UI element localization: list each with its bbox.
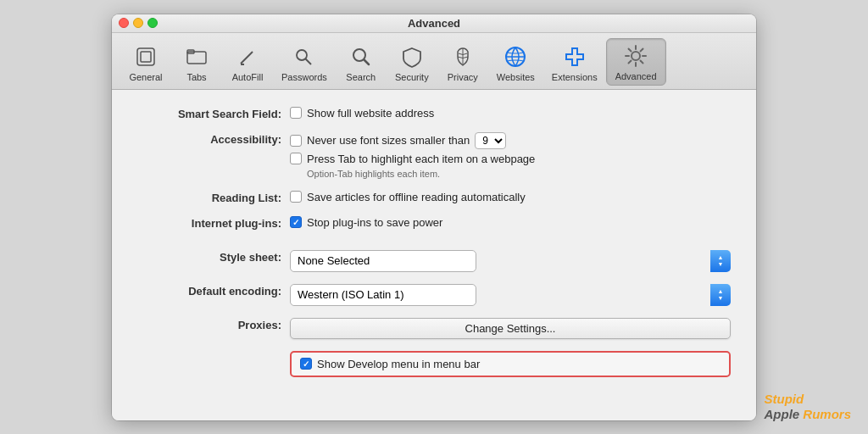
never-font-label: Never use font sizes smaller than — [307, 134, 470, 147]
default-encoding-row: Default encoding: Western (ISO Latin 1) — [137, 284, 731, 306]
search-label: Search — [346, 72, 376, 82]
press-tab-checkbox[interactable] — [290, 153, 302, 164]
proxies-row: Proxies: Change Settings... — [137, 318, 731, 339]
default-encoding-select[interactable]: Western (ISO Latin 1) — [290, 284, 476, 306]
show-full-address-checkbox[interactable] — [290, 107, 302, 119]
extensions-icon — [561, 43, 588, 70]
internet-plugins-content: Stop plug-ins to save power — [290, 216, 731, 229]
reading-list-content: Save articles for offline reading automa… — [290, 191, 731, 203]
autofill-label: AutoFill — [232, 72, 264, 82]
maximize-button[interactable] — [147, 18, 158, 28]
svg-line-10 — [364, 59, 369, 64]
toolbar: General Tabs — [112, 33, 756, 90]
svg-point-7 — [297, 50, 307, 60]
default-encoding-dropdown-arrow — [710, 284, 731, 306]
svg-line-19 — [629, 48, 632, 51]
toolbar-item-search[interactable]: Search — [336, 40, 387, 86]
font-size-select[interactable]: 9 — [475, 132, 506, 149]
never-font-row: Never use font sizes smaller than 9 — [290, 132, 731, 149]
extensions-label: Extensions — [552, 72, 598, 82]
default-encoding-label: Default encoding: — [137, 284, 290, 298]
watermark: Stupid Apple Rumors — [764, 392, 851, 422]
toolbar-item-advanced[interactable]: Advanced — [606, 38, 666, 86]
toolbar-item-autofill[interactable]: AutoFill — [222, 40, 273, 86]
svg-rect-1 — [141, 52, 151, 62]
general-icon — [132, 43, 159, 70]
settings-content: Smart Search Field: Show full website ad… — [112, 90, 756, 420]
tabs-label: Tabs — [186, 72, 206, 82]
svg-line-21 — [641, 48, 643, 51]
develop-menu-row: Show Develop menu in menu bar — [137, 351, 731, 377]
watermark-line1: Stupid — [764, 392, 851, 407]
general-label: General — [129, 72, 162, 82]
press-tab-row: Press Tab to highlight each item on a we… — [290, 153, 731, 165]
security-label: Security — [395, 72, 429, 82]
default-encoding-content: Western (ISO Latin 1) — [290, 284, 731, 306]
accessibility-content: Never use font sizes smaller than 9 Pres… — [290, 132, 731, 179]
window-title: Advanced — [408, 17, 460, 30]
accessibility-row: Accessibility: Never use font sizes smal… — [137, 132, 731, 179]
watermark-rumors: Rumors — [803, 407, 851, 421]
smart-search-field-row: Smart Search Field: Show full website ad… — [137, 107, 731, 120]
save-articles-checkbox[interactable] — [290, 191, 302, 203]
internet-plugins-label: Internet plug-ins: — [137, 216, 290, 230]
stop-plugins-label: Stop plug-ins to save power — [307, 216, 442, 229]
style-sheet-dropdown-arrow — [710, 250, 731, 272]
svg-line-20 — [641, 60, 643, 63]
svg-point-14 — [632, 52, 640, 60]
proxies-content: Change Settings... — [290, 318, 731, 339]
internet-plugins-row: Internet plug-ins: Stop plug-ins to save… — [137, 216, 731, 230]
default-encoding-dropdown-wrapper: Western (ISO Latin 1) — [290, 284, 731, 306]
never-font-checkbox[interactable] — [290, 135, 302, 147]
toolbar-item-passwords[interactable]: Passwords — [273, 40, 336, 86]
svg-rect-0 — [137, 48, 154, 65]
traffic-lights — [119, 18, 158, 28]
develop-menu-spacer — [137, 351, 290, 352]
svg-line-22 — [629, 60, 632, 63]
security-icon — [398, 43, 426, 70]
style-sheet-select[interactable]: None Selected — [290, 250, 476, 272]
toolbar-item-general[interactable]: General — [120, 40, 171, 86]
smart-search-content: Show full website address — [290, 107, 731, 120]
accessibility-hint: Option-Tab highlights each item. — [307, 169, 731, 179]
advanced-icon — [622, 42, 649, 70]
passwords-icon — [291, 43, 318, 70]
press-tab-label: Press Tab to highlight each item on a we… — [307, 153, 535, 165]
stop-plugins-row: Stop plug-ins to save power — [290, 216, 731, 229]
reading-list-label: Reading List: — [137, 191, 290, 204]
separator-1 — [137, 242, 731, 250]
style-sheet-content: None Selected — [290, 250, 731, 272]
websites-icon — [502, 43, 529, 70]
close-button[interactable] — [119, 18, 129, 28]
smart-search-label: Smart Search Field: — [137, 107, 290, 120]
develop-menu-checkbox[interactable] — [300, 358, 312, 370]
toolbar-item-security[interactable]: Security — [387, 40, 437, 86]
save-articles-label: Save articles for offline reading automa… — [307, 191, 526, 203]
watermark-line2: Apple Rumors — [764, 407, 851, 422]
change-settings-button[interactable]: Change Settings... — [290, 318, 731, 339]
autofill-icon — [234, 43, 261, 70]
develop-menu-content: Show Develop menu in menu bar — [290, 351, 731, 377]
style-sheet-row: Style sheet: None Selected — [137, 250, 731, 272]
style-sheet-label: Style sheet: — [137, 250, 290, 264]
watermark-apple: Apple — [764, 407, 803, 421]
save-articles-row: Save articles for offline reading automa… — [290, 191, 731, 203]
privacy-icon — [449, 43, 476, 70]
websites-label: Websites — [497, 72, 535, 82]
develop-menu-label: Show Develop menu in menu bar — [317, 358, 480, 370]
toolbar-item-tabs[interactable]: Tabs — [171, 40, 222, 86]
develop-menu-highlight-box: Show Develop menu in menu bar — [290, 351, 731, 377]
toolbar-item-privacy[interactable]: Privacy — [437, 40, 488, 86]
toolbar-items: General Tabs — [120, 38, 748, 86]
reading-list-row: Reading List: Save articles for offline … — [137, 191, 731, 204]
tabs-icon — [183, 43, 210, 70]
stop-plugins-checkbox[interactable] — [290, 216, 302, 228]
proxies-label: Proxies: — [137, 318, 290, 331]
show-full-address-row: Show full website address — [290, 107, 731, 120]
watermark-stupid: Stupid — [764, 392, 804, 406]
toolbar-item-extensions[interactable]: Extensions — [543, 40, 606, 86]
svg-line-4 — [241, 52, 253, 64]
advanced-label: Advanced — [615, 71, 657, 81]
minimize-button[interactable] — [133, 18, 143, 28]
toolbar-item-websites[interactable]: Websites — [488, 40, 543, 86]
